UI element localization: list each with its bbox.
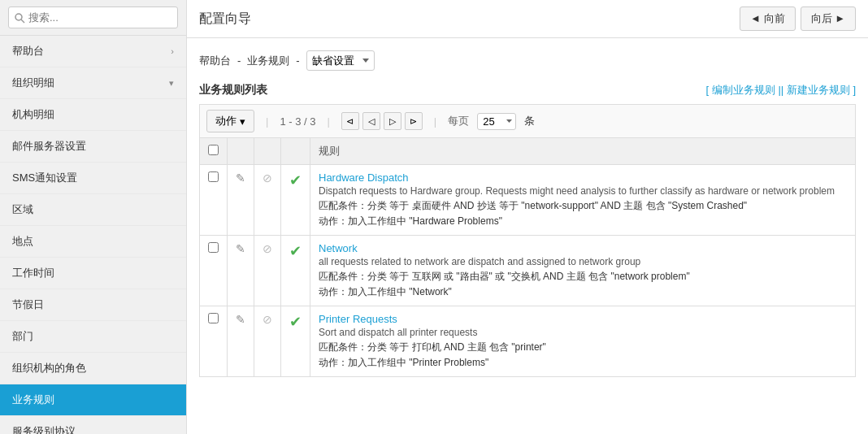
search-box (0, 0, 186, 36)
active-status-icon[interactable]: ✔ (289, 243, 302, 259)
row-checkbox-cell (200, 306, 228, 377)
search-input[interactable] (8, 7, 178, 28)
first-page-button[interactable]: ⊲ (341, 112, 359, 130)
sidebar-item-label: 机构明细 (12, 107, 54, 122)
row-lock-cell: ⊘ (254, 165, 281, 236)
next-button[interactable]: 向后 ► (801, 7, 856, 31)
rule-condition: 匹配条件：分类 等于 桌面硬件 AND 抄送 等于 "network-suppo… (319, 199, 847, 213)
new-rule-link[interactable]: 新建业务规则 (787, 84, 850, 96)
breadcrumb-dropdown[interactable]: 缺省设置 (306, 50, 375, 71)
table-row: ✎ ⊘ ✔ Hardware Dispatch Dispatch request… (200, 165, 856, 236)
row-rule-cell: Hardware Dispatch Dispatch requests to H… (310, 165, 856, 236)
col-rule-header: 规则 (310, 138, 856, 165)
sidebar-item-org-info[interactable]: 机构明细 (0, 99, 186, 131)
rule-condition: 匹配条件：分类 等于 打印机 AND 主题 包含 "printer" (319, 341, 847, 354)
col-icon1-header (228, 138, 254, 165)
per-page-label: 每页 (448, 114, 469, 128)
sidebar-item-label: 帮助台 (12, 44, 44, 59)
rule-name[interactable]: Printer Requests (319, 313, 847, 325)
sidebar-item-label: 地点 (12, 234, 33, 249)
lock-icon: ⊘ (263, 171, 272, 184)
pagination-controls: ⊲ ◁ ▷ ⊳ (341, 112, 423, 130)
row-checkbox-cell (200, 236, 228, 306)
sidebar-item-mail-server[interactable]: 邮件服务器设置 (0, 131, 186, 163)
active-status-icon[interactable]: ✔ (289, 314, 302, 330)
edit-rules-link[interactable]: 编制业务规则 (712, 84, 775, 96)
sidebar-item-business-rules[interactable]: 业务规则 (0, 384, 186, 416)
page-title: 配置向导 (199, 11, 251, 28)
prev-page-button[interactable]: ◁ (362, 112, 380, 130)
sidebar-item-label: SMS通知设置 (12, 171, 77, 185)
rules-title: 业务规则列表 (199, 83, 267, 98)
sidebar-item-helpdesk[interactable]: 帮助台 › (0, 36, 186, 67)
sidebar-item-region[interactable]: 区域 (0, 194, 186, 226)
sidebar-item-sms[interactable]: SMS通知设置 (0, 163, 186, 194)
row-checkbox[interactable] (208, 242, 219, 253)
table-row: ✎ ⊘ ✔ Network all requests related to ne… (200, 236, 856, 306)
rule-condition: 匹配条件：分类 等于 互联网 或 "路由器" 或 "交换机 AND 主题 包含 … (319, 270, 847, 284)
row-checkbox[interactable] (208, 171, 219, 182)
sidebar-item-label: 节假日 (12, 297, 44, 312)
edit-icon[interactable]: ✎ (236, 313, 245, 326)
sidebar-items: 帮助台 › 组织明细 ▾ 机构明细 邮件服务器设置 SMS通知设置 区域 地点 … (0, 36, 186, 434)
breadcrumb-rules: 业务规则 (247, 54, 289, 68)
action-arrow-icon: ▾ (240, 115, 245, 128)
rule-action: 动作：加入工作组中 "Network" (319, 285, 847, 299)
sidebar-item-label: 组织明细 (12, 76, 54, 90)
lock-icon: ⊘ (263, 313, 272, 326)
rule-name[interactable]: Network (319, 242, 847, 254)
nav-buttons: ◄ 向前 向后 ► (740, 7, 856, 31)
per-page-unit: 条 (524, 114, 535, 128)
col-icon2-header (254, 138, 281, 165)
sidebar-item-department[interactable]: 部门 (0, 321, 186, 353)
rules-header: 业务规则列表 [ 编制业务规则 || 新建业务规则 ] (199, 83, 856, 98)
sidebar-item-label: 区域 (12, 202, 33, 217)
rule-action: 动作：加入工作组中 "Hardware Problems" (319, 215, 847, 228)
row-lock-cell: ⊘ (254, 236, 281, 306)
sidebar-item-worktime[interactable]: 工作时间 (0, 258, 186, 289)
rule-desc: Sort and dispatch all printer requests (319, 327, 847, 338)
edit-icon[interactable]: ✎ (236, 171, 245, 184)
edit-icon[interactable]: ✎ (236, 242, 245, 255)
sidebar-item-org-role[interactable]: 组织机构的角色 (0, 353, 186, 384)
sidebar-item-label: 部门 (12, 329, 33, 344)
sidebar-item-label: 业务规则 (12, 393, 54, 407)
rule-action: 动作：加入工作组中 "Printer Problems" (319, 356, 847, 370)
select-all-checkbox[interactable] (208, 145, 219, 155)
content-area: 帮助台 - 业务规则 - 缺省设置 业务规则列表 [ 编制业务规则 || 新建业… (187, 38, 868, 434)
row-edit-cell: ✎ (228, 306, 254, 377)
breadcrumb-helpdesk: 帮助台 (199, 54, 231, 68)
sidebar-item-holiday[interactable]: 节假日 (0, 289, 186, 321)
rule-desc: all requests related to network are disp… (319, 256, 847, 267)
sidebar-item-label: 邮件服务器设置 (12, 139, 86, 154)
breadcrumb-sep1: - (237, 54, 241, 67)
per-page-select[interactable]: 25 10 50 100 (477, 113, 516, 130)
rule-desc: Dispatch requests to Hardware group. Req… (319, 185, 847, 197)
table-toolbar: 动作 ▾ | 1 - 3 / 3 | ⊲ ◁ ▷ ⊳ | 每页 25 10 50… (199, 104, 856, 137)
next-page-button[interactable]: ▷ (384, 112, 401, 130)
row-rule-cell: Printer Requests Sort and dispatch all p… (310, 306, 856, 377)
breadcrumb: 帮助台 - 业务规则 - 缺省设置 (199, 50, 856, 71)
pagination-info: 1 - 3 / 3 (280, 115, 315, 128)
breadcrumb-sep2: - (296, 54, 299, 67)
row-status-cell: ✔ (281, 165, 310, 236)
sidebar-item-sla[interactable]: 服务级别协议 (0, 416, 186, 434)
row-status-cell: ✔ (281, 306, 310, 377)
rule-name[interactable]: Hardware Dispatch (319, 171, 847, 184)
action-label: 动作 (215, 114, 237, 128)
sidebar-item-location[interactable]: 地点 (0, 226, 186, 258)
toolbar-separator2: | (327, 115, 329, 128)
action-button[interactable]: 动作 ▾ (206, 110, 254, 132)
rules-table: 规则 ✎ ⊘ ✔ (199, 137, 856, 377)
sidebar-item-org-detail[interactable]: 组织明细 ▾ (0, 67, 186, 99)
sidebar: 帮助台 › 组织明细 ▾ 机构明细 邮件服务器设置 SMS通知设置 区域 地点 … (0, 0, 187, 434)
prev-button[interactable]: ◄ 向前 (740, 7, 795, 31)
col-icon3-header (281, 138, 310, 165)
chevron-right-icon: › (171, 46, 174, 56)
row-checkbox[interactable] (208, 313, 219, 323)
chevron-down-icon: ▾ (169, 78, 174, 89)
active-status-icon[interactable]: ✔ (289, 172, 302, 189)
sidebar-item-label: 组织机构的角色 (12, 361, 86, 375)
row-lock-cell: ⊘ (254, 306, 281, 377)
last-page-button[interactable]: ⊳ (405, 112, 423, 130)
